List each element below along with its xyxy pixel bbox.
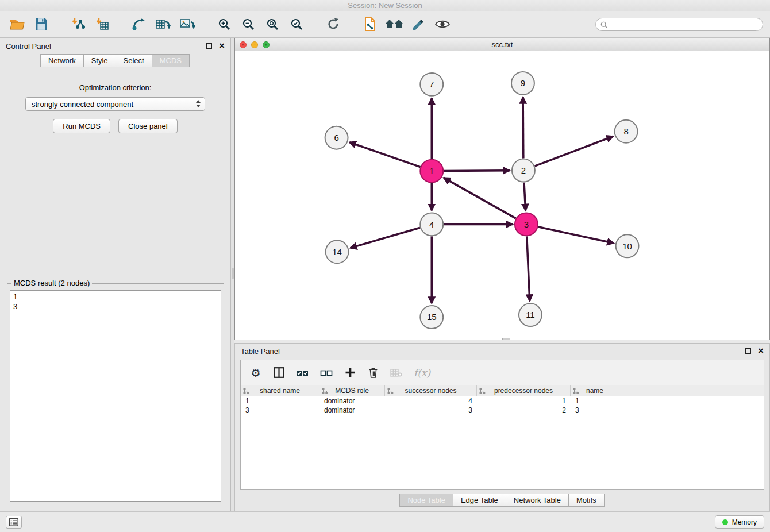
open-folder-icon[interactable] (7, 14, 28, 34)
graph-node-3[interactable]: 3 (515, 213, 538, 236)
zoom-window-icon[interactable]: + (263, 41, 270, 48)
table-row[interactable]: 3dominator323 (241, 406, 764, 415)
tab-network[interactable]: Network (40, 54, 84, 67)
application-window: Session: New Session (0, 0, 770, 532)
export-image-icon[interactable] (177, 14, 198, 34)
zoom-in-icon[interactable] (214, 14, 234, 34)
svg-text:8: 8 (623, 126, 628, 136)
gear-icon[interactable]: ⚙ (250, 366, 261, 380)
graph-node-8[interactable]: 8 (615, 120, 638, 143)
copy-document-network-icon[interactable] (360, 14, 380, 34)
import-network-icon[interactable] (68, 14, 88, 34)
refresh-icon[interactable] (323, 14, 344, 34)
mcds-result-title: MCDS result (2 nodes) (11, 279, 92, 287)
graph-node-9[interactable]: 9 (511, 72, 534, 95)
graph-node-11[interactable]: 11 (519, 303, 542, 326)
window-resize-grip[interactable] (502, 338, 510, 340)
graph-node-1[interactable]: 1 (420, 160, 443, 183)
graph-node-4[interactable]: 4 (420, 213, 443, 236)
column-header-shared-name[interactable]: shared name (241, 385, 319, 396)
select-all-checkboxes-icon[interactable] (296, 366, 309, 380)
cell-predecessor-nodes[interactable]: 1 (477, 396, 571, 406)
graph-node-15[interactable]: 15 (420, 306, 443, 329)
cell-shared-name[interactable]: 1 (241, 396, 319, 406)
cell-mcds-role[interactable]: dominator (319, 396, 385, 406)
column-header-mcds-role[interactable]: MCDS role (319, 385, 385, 396)
column-header-label: predecessor nodes (494, 387, 553, 395)
graph-edge-3-to-11[interactable] (527, 236, 530, 301)
close-panel-button[interactable]: Close panel (118, 119, 178, 133)
tab-style[interactable]: Style (83, 54, 116, 67)
close-window-icon[interactable]: × (240, 41, 247, 48)
network-graph[interactable]: 7968124314101511 (235, 51, 769, 340)
graph-edge-3-to-10[interactable] (538, 227, 614, 243)
graph-node-10[interactable]: 10 (616, 234, 639, 257)
brush-style-icon[interactable] (408, 14, 429, 34)
table-panel: Table Panel × ⚙ (234, 343, 770, 511)
criterion-dropdown[interactable]: strongly connected component (25, 97, 205, 111)
graph-edge-1-to-2[interactable] (444, 171, 510, 171)
mcds-result-line: 3 (13, 302, 218, 311)
tab-network-table[interactable]: Network Table (506, 494, 569, 507)
zoom-selected-icon[interactable] (286, 14, 307, 34)
cell-successor-nodes[interactable]: 3 (385, 406, 477, 415)
tab-node-table[interactable]: Node Table (399, 494, 453, 507)
table-row[interactable]: 1dominator411 (241, 396, 764, 406)
split-columns-icon[interactable] (273, 366, 284, 380)
trash-icon[interactable] (367, 366, 379, 380)
search-icon (600, 21, 608, 31)
graph-node-7[interactable]: 7 (420, 73, 443, 96)
column-header-label: MCDS role (335, 387, 369, 395)
svg-text:15: 15 (427, 312, 437, 322)
float-panel-icon[interactable] (206, 43, 212, 49)
cell-predecessor-nodes[interactable]: 2 (477, 406, 571, 415)
save-icon[interactable] (31, 14, 52, 34)
eye-icon[interactable] (432, 14, 453, 34)
cell-shared-name[interactable]: 3 (241, 406, 319, 415)
graph-edge-2-to-9[interactable] (523, 97, 523, 159)
clear-checkboxes-icon[interactable] (320, 366, 333, 380)
window-title: Session: New Session (348, 1, 422, 10)
function-builder-icon: f(x) (414, 366, 430, 380)
add-column-icon[interactable] (344, 366, 356, 380)
column-header-name[interactable]: name (571, 385, 619, 396)
network-canvas[interactable]: 7968124314101511 (235, 51, 769, 340)
control-panel-header: Control Panel × (0, 38, 230, 54)
close-table-panel-icon[interactable]: × (758, 348, 764, 354)
run-mcds-button[interactable]: Run MCDS (53, 119, 110, 133)
cell-mcds-role[interactable]: dominator (319, 406, 385, 415)
cell-name[interactable]: 1 (571, 396, 619, 406)
graph-edge-2-to-3[interactable] (524, 183, 526, 211)
graph-edge-2-to-8[interactable] (534, 136, 613, 166)
homes-icon[interactable] (384, 14, 405, 34)
tab-motifs[interactable]: Motifs (568, 494, 605, 507)
column-header-successor-nodes[interactable]: successor nodes (385, 385, 477, 396)
network-window-titlebar[interactable]: ×−+ scc.txt (235, 38, 769, 51)
window-titlebar: Session: New Session (0, 0, 770, 11)
zoom-out-icon[interactable] (238, 14, 259, 34)
mcds-result-group: MCDS result (2 nodes) 13 (7, 283, 224, 504)
graph-node-2[interactable]: 2 (512, 159, 535, 182)
graph-node-6[interactable]: 6 (325, 126, 348, 149)
graph-node-14[interactable]: 14 (326, 240, 349, 263)
column-header-predecessor-nodes[interactable]: predecessor nodes (477, 385, 571, 396)
splitter-grip[interactable] (232, 268, 234, 279)
graph-edge-1-to-6[interactable] (349, 142, 420, 167)
cell-successor-nodes[interactable]: 4 (385, 396, 477, 406)
graph-edge-3-to-1[interactable] (444, 178, 516, 218)
minimize-window-icon[interactable]: − (251, 41, 258, 48)
cell-name[interactable]: 3 (571, 406, 619, 415)
tab-mcds[interactable]: MCDS (152, 54, 190, 67)
close-panel-icon[interactable]: × (219, 43, 225, 49)
memory-button[interactable]: Memory (715, 515, 764, 529)
tab-edge-table[interactable]: Edge Table (453, 494, 506, 507)
graph-edge-4-to-14[interactable] (351, 228, 421, 248)
search-input[interactable] (595, 18, 763, 31)
float-table-panel-icon[interactable] (745, 348, 751, 354)
zoom-fit-icon[interactable] (262, 14, 283, 34)
task-history-button[interactable] (6, 516, 22, 529)
export-table-icon[interactable] (153, 14, 174, 34)
export-network-icon[interactable] (129, 14, 149, 34)
tab-select[interactable]: Select (116, 54, 152, 67)
import-table-icon[interactable] (92, 14, 113, 34)
